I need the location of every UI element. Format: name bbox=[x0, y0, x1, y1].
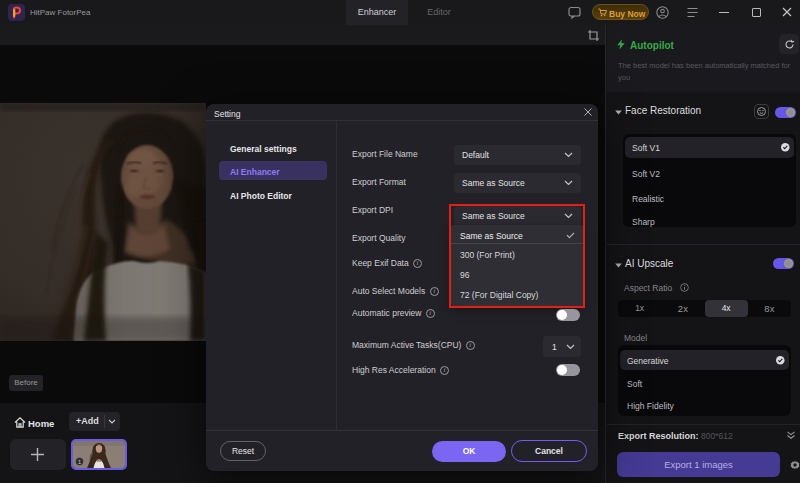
svg-text:1: 1 bbox=[78, 459, 81, 465]
